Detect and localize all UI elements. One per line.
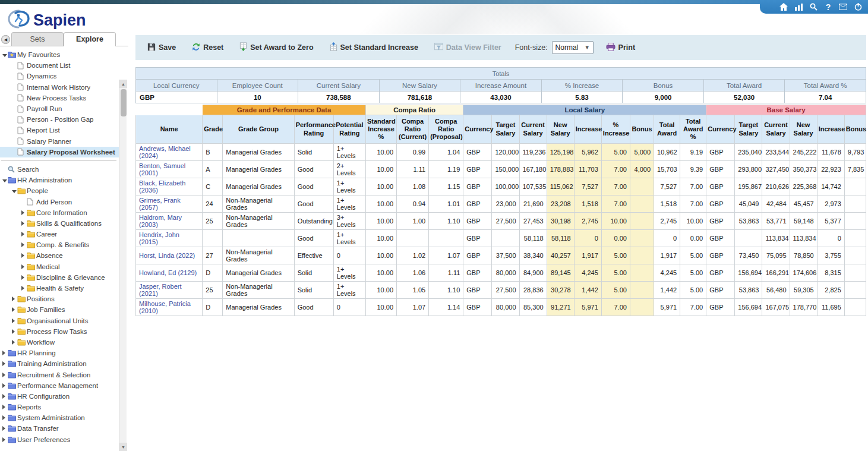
tree-item-salary-proposal-worksheet[interactable]: Salary Proposal Worksheet: [0, 147, 119, 157]
reset-button[interactable]: Reset: [188, 41, 227, 55]
tree-collapsed-arrow-icon[interactable]: [12, 295, 17, 302]
editable-cell[interactable]: 4,000: [630, 161, 654, 178]
set-award-to-zero-button[interactable]: Set Award to Zero: [236, 40, 317, 55]
tree-item-report-list[interactable]: Report List: [0, 125, 119, 135]
editable-cell[interactable]: 10.00: [601, 213, 630, 230]
editable-cell[interactable]: 30,198: [547, 213, 574, 230]
editable-cell[interactable]: 115,062: [547, 178, 574, 195]
tree-collapsed-arrow-icon[interactable]: [2, 349, 8, 357]
sidebar-scrollbar[interactable]: ▲ ▼: [119, 80, 127, 451]
employee-name-link[interactable]: Horst, Linda (2022): [136, 247, 203, 264]
editable-cell[interactable]: 7.00: [601, 299, 630, 316]
tree-collapsed-arrow-icon[interactable]: [21, 252, 27, 259]
search-icon[interactable]: [809, 3, 818, 11]
tree-item-workflow[interactable]: Workflow: [0, 337, 119, 348]
editable-cell[interactable]: 4,245: [574, 264, 601, 282]
tree-collapsed-arrow-icon[interactable]: [2, 382, 8, 389]
editable-cell[interactable]: 58,118: [547, 230, 574, 247]
tree-item-reports[interactable]: Reports: [0, 402, 119, 412]
editable-cell[interactable]: 0: [574, 230, 601, 247]
tree-item-salary-planner[interactable]: Salary Planner: [0, 136, 119, 147]
help-icon[interactable]: ?: [824, 3, 832, 11]
editable-cell[interactable]: [630, 282, 654, 299]
editable-cell[interactable]: 178,883: [547, 161, 574, 178]
editable-cell[interactable]: 7.00: [601, 178, 630, 195]
tree-item-add-person[interactable]: Add Person: [0, 196, 119, 207]
employee-name-link[interactable]: Andrews, Michael (2024): [136, 144, 203, 161]
tree-collapsed-arrow-icon[interactable]: [21, 209, 27, 216]
tree-item-process-flow-tasks[interactable]: Process Flow Tasks: [0, 326, 119, 337]
editable-cell[interactable]: 1,917: [574, 247, 601, 264]
tree-item-comp-benefits[interactable]: Comp. & Benefits: [0, 239, 119, 250]
home-icon[interactable]: [779, 3, 788, 11]
set-standard-increase-button[interactable]: Set Standard Increase: [326, 40, 422, 55]
tree-item-career[interactable]: Career: [0, 229, 119, 239]
editable-cell[interactable]: [630, 299, 654, 316]
tree-item-data-transfer[interactable]: Data Transfer: [0, 423, 119, 434]
tree-item-discipline-grievance[interactable]: Discipline & Grievance: [0, 272, 119, 283]
scroll-up-arrow-icon[interactable]: ▲: [119, 80, 127, 88]
employee-name-link[interactable]: Milhouse, Patricia (2010): [136, 299, 203, 316]
tab-explore[interactable]: Explore: [64, 32, 116, 46]
power-icon[interactable]: [854, 3, 862, 11]
data-view-filter-button[interactable]: Data View Filter: [431, 41, 505, 55]
tree-item-hr-configuration[interactable]: HR Configuration: [0, 391, 119, 402]
tree-collapsed-arrow-icon[interactable]: [21, 285, 27, 292]
tree-collapsed-arrow-icon[interactable]: [2, 393, 8, 400]
tree-item-new-process-tasks[interactable]: New Process Tasks: [0, 93, 119, 103]
tree-item-health-safety[interactable]: Health & Safety: [0, 283, 119, 294]
editable-cell[interactable]: 1,518: [574, 195, 601, 213]
employee-name-link[interactable]: Jasper, Robert (2021): [136, 282, 203, 299]
editable-cell[interactable]: [630, 247, 654, 264]
editable-cell[interactable]: [630, 195, 654, 213]
tree-collapsed-arrow-icon[interactable]: [2, 414, 8, 421]
tree-collapsed-arrow-icon[interactable]: [2, 403, 8, 411]
editable-cell[interactable]: 23,208: [547, 195, 574, 213]
editable-cell[interactable]: [630, 230, 654, 247]
editable-cell[interactable]: 7,527: [574, 178, 601, 195]
editable-cell[interactable]: 5.00: [601, 144, 630, 161]
editable-cell[interactable]: 5.00: [601, 282, 630, 299]
tree-item-search[interactable]: Search: [0, 164, 119, 175]
editable-cell[interactable]: [630, 213, 654, 230]
scroll-down-arrow-icon[interactable]: ▼: [119, 443, 127, 451]
tree-expanded-arrow-icon[interactable]: [2, 176, 8, 184]
editable-cell[interactable]: 7.00: [601, 161, 630, 178]
tree-collapsed-arrow-icon[interactable]: [12, 328, 17, 335]
tree-item-dynamics[interactable]: Dynamics: [0, 71, 119, 81]
tree-item-people[interactable]: People: [0, 185, 119, 196]
tree-item-person-position-gap[interactable]: Person - Position Gap: [0, 114, 119, 125]
tree-item-hr-planning[interactable]: HR Planning: [0, 348, 119, 358]
tree-item-training-administration[interactable]: Training Administration: [0, 358, 119, 369]
employee-name-link[interactable]: Hendrix, John (2015): [136, 230, 203, 247]
editable-cell[interactable]: [630, 264, 654, 282]
employee-name-link[interactable]: Grimes, Frank (2057): [136, 195, 203, 213]
tree-item-payroll-run[interactable]: Payroll Run: [0, 103, 119, 114]
font-size-select[interactable]: Normal ▼: [552, 41, 594, 54]
tree-item-document-list[interactable]: Document List: [0, 60, 119, 71]
tree-item-organisational-units[interactable]: Organisational Units: [0, 316, 119, 326]
tree-collapsed-arrow-icon[interactable]: [12, 306, 17, 313]
editable-cell[interactable]: 7.00: [601, 195, 630, 213]
tree-collapsed-arrow-icon[interactable]: [21, 263, 27, 270]
tree-collapsed-arrow-icon[interactable]: [12, 317, 17, 324]
print-button[interactable]: Print: [602, 41, 639, 55]
editable-cell[interactable]: [630, 178, 654, 195]
sidebar-collapse-button[interactable]: ◀: [1, 35, 10, 44]
editable-cell[interactable]: 91,271: [547, 299, 574, 316]
tree-collapsed-arrow-icon[interactable]: [2, 425, 8, 432]
tree-collapsed-arrow-icon[interactable]: [21, 220, 27, 227]
tree-collapsed-arrow-icon[interactable]: [2, 371, 8, 379]
tree-item-core-information[interactable]: Core Information: [0, 207, 119, 218]
tree-collapsed-arrow-icon[interactable]: [21, 274, 27, 281]
tree-item-my-favourites[interactable]: My Favourites: [0, 49, 119, 60]
editable-cell[interactable]: 2,745: [574, 213, 601, 230]
editable-cell[interactable]: 5.00: [601, 247, 630, 264]
mail-icon[interactable]: [839, 3, 847, 11]
editable-cell[interactable]: 5,971: [574, 299, 601, 316]
employee-name-link[interactable]: Haldrom, Mary (2003): [136, 213, 203, 230]
tree-collapsed-arrow-icon[interactable]: [2, 360, 8, 367]
tree-item-hr-administration[interactable]: HR Administration: [0, 175, 119, 185]
editable-cell[interactable]: 5,962: [574, 144, 601, 161]
tree-item-user-preferences[interactable]: User Preferences: [0, 434, 119, 445]
